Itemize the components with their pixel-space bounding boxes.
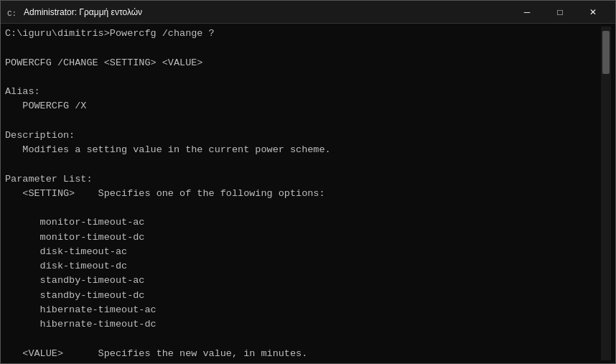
window-title: Administrator: Γραμμή εντολών — [24, 7, 510, 17]
console-content: C:\iguru\dimitris>Powercfg /change ? POW… — [5, 27, 601, 360]
console-line: monitor-timeout-dc — [5, 230, 601, 245]
title-bar: C: Administrator: Γραμμή εντολών ─ □ ✕ — [1, 1, 615, 24]
console-line: Alias: — [5, 85, 601, 99]
scrollbar[interactable] — [601, 27, 611, 360]
console-line: C:\iguru\dimitris>Powercfg /change ? — [5, 27, 601, 41]
cmd-icon: C: — [6, 6, 18, 18]
console-line: disk-timeout-ac — [5, 245, 601, 259]
window-controls: ─ □ ✕ — [510, 1, 610, 24]
minimize-button[interactable]: ─ — [510, 1, 543, 24]
console-line: standby-timeout-dc — [5, 289, 601, 303]
console-line — [5, 332, 601, 346]
console-line: hibernate-timeout-dc — [5, 317, 601, 332]
maximize-button[interactable]: □ — [543, 1, 577, 24]
svg-text:C:: C: — [7, 9, 17, 18]
console-body[interactable]: C:\iguru\dimitris>Powercfg /change ? POW… — [1, 24, 615, 363]
console-line: <SETTING> Specifies one of the following… — [5, 187, 601, 201]
scrollbar-thumb[interactable] — [602, 31, 610, 74]
console-line — [5, 70, 601, 85]
console-line: monitor-timeout-ac — [5, 215, 601, 230]
console-line: <VALUE> Specifies the new value, in minu… — [5, 347, 601, 361]
scrollbar-area: C:\iguru\dimitris>Powercfg /change ? POW… — [5, 27, 611, 360]
close-button[interactable]: ✕ — [577, 1, 610, 24]
console-line: disk-timeout-dc — [5, 259, 601, 274]
console-line — [5, 41, 601, 55]
console-line: hibernate-timeout-ac — [5, 303, 601, 317]
console-line: Parameter List: — [5, 172, 601, 187]
console-line: POWERCFG /X — [5, 99, 601, 113]
cmd-window: C: Administrator: Γραμμή εντολών ─ □ ✕ C… — [0, 0, 616, 364]
console-line — [5, 114, 601, 129]
console-line: Description: — [5, 129, 601, 143]
console-line — [5, 157, 601, 172]
console-line: POWERCFG /CHANGE <SETTING> <VALUE> — [5, 56, 601, 70]
console-line: Modifies a setting value in the current … — [5, 143, 601, 157]
console-line: standby-timeout-ac — [5, 274, 601, 288]
console-line — [5, 201, 601, 215]
